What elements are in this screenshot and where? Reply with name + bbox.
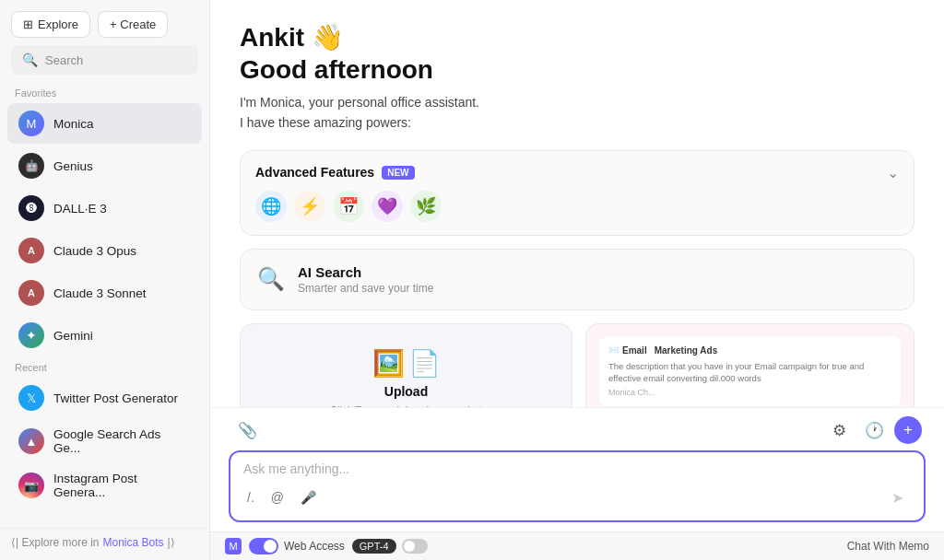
claude-sonnet-icon: A (18, 280, 44, 306)
upload-title: Upload (384, 384, 428, 399)
writing-agent-card[interactable]: ✉️ Email Marketing Ads The description t… (585, 323, 914, 407)
input-toolbar-top: 📎 ⚙ 🕐 + (229, 415, 926, 450)
writing-preview-body: The description that you have in your Em… (608, 360, 891, 385)
instagram-icon: 📷 (18, 472, 44, 498)
explore-label: Explore (38, 18, 78, 31)
send-icon: ➤ (891, 489, 903, 507)
slash-command-button[interactable]: /. (243, 488, 258, 507)
monica-status-icon: M (225, 538, 242, 554)
google-ads-icon: ▲ (18, 428, 44, 454)
web-access-toggle[interactable]: Web Access (249, 538, 345, 554)
greeting-time: Good afternoon (240, 53, 914, 87)
explore-grid-icon: ⊞ (23, 18, 33, 31)
footer-suffix: |⟩ (168, 536, 175, 549)
genius-label: Genius (53, 159, 93, 173)
monica-label: Monica (53, 117, 94, 131)
feature-calendar-icon[interactable]: 📅 (333, 191, 364, 222)
features-header: Advanced Features NEW ⌄ (255, 164, 899, 181)
chat-with-memo[interactable]: Chat With Memo (847, 540, 929, 553)
feature-purple-icon[interactable]: 💜 (372, 191, 403, 222)
settings-button[interactable]: ⚙ (824, 415, 854, 445)
features-title: Advanced Features NEW (255, 165, 415, 180)
attach-button[interactable]: 📎 (232, 415, 262, 445)
input-bottom-toolbar: /. @ 🎤 ➤ (243, 484, 911, 511)
writing-preview: ✉️ Email Marketing Ads The description t… (599, 337, 901, 406)
sidebar-item-gemini[interactable]: ✦ Gemini (7, 315, 202, 356)
new-badge: NEW (382, 166, 414, 180)
instagram-label: Instagram Post Genera... (53, 472, 191, 499)
status-bar: M Web Access GPT-4 Chat With Memo (210, 531, 944, 560)
google-ads-label: Google Search Ads Ge... (53, 427, 191, 455)
greeting-sub1: I'm Monica, your personal office assista… (240, 95, 479, 110)
send-button[interactable]: ➤ (883, 484, 911, 511)
greeting-sub: I'm Monica, your personal office assista… (240, 92, 914, 134)
history-icon: 🕐 (865, 421, 884, 440)
web-access-label: Web Access (284, 540, 345, 553)
sidebar-item-google-ads[interactable]: ▲ Google Search Ads Ge... (7, 420, 202, 462)
sidebar-top-actions: ⊞ Explore + Create (0, 0, 209, 45)
ai-search-card[interactable]: 🔍 AI Search Smarter and save your time (240, 249, 914, 310)
features-icons-row: 🌐 ⚡ 📅 💜 🌿 (255, 191, 899, 222)
sidebar-item-genius[interactable]: 🤖 Genius (7, 146, 202, 186)
feature-bolt-icon[interactable]: ⚡ (294, 191, 325, 222)
chat-input-box[interactable]: Ask me anything... /. @ 🎤 ➤ (229, 450, 926, 522)
input-area: 📎 ⚙ 🕐 + Ask me anything... /. @ (210, 407, 944, 531)
greeting-sub2: I have these amazing powers: (240, 115, 411, 130)
upload-doc-icon: 📄 (408, 348, 441, 379)
at-command-button[interactable]: @ (267, 488, 288, 507)
input-cmd-buttons: /. @ 🎤 (243, 488, 320, 507)
search-input[interactable]: 🔍 Search (11, 45, 198, 75)
create-label: + Create (110, 18, 156, 31)
add-button[interactable]: + (894, 416, 922, 444)
upload-icons: 🖼️ 📄 (372, 348, 441, 379)
gpt-selector[interactable]: GPT-4 (352, 539, 428, 554)
settings-icon: ⚙ (832, 421, 846, 440)
sidebar-item-monica[interactable]: M Monica (7, 103, 202, 144)
ai-search-text: AI Search Smarter and save your time (298, 264, 433, 295)
chevron-down-icon[interactable]: ⌄ (887, 164, 899, 181)
ai-search-title: AI Search (298, 264, 433, 280)
web-access-thumb (264, 540, 277, 553)
upload-card[interactable]: 🖼️ 📄 Upload Click/Drag and drop here to … (240, 323, 572, 407)
attach-icon: 📎 (238, 421, 257, 440)
web-access-track[interactable] (249, 538, 278, 554)
writing-preview-credit: Monica Ch... (608, 387, 891, 399)
gpt-badge[interactable]: GPT-4 (352, 539, 396, 554)
search-icon: 🔍 (22, 52, 38, 67)
sidebar-item-dalle[interactable]: 🅢 DALL·E 3 (7, 188, 202, 228)
history-button[interactable]: 🕐 (859, 415, 889, 445)
status-left: M Web Access GPT-4 (225, 538, 428, 554)
create-button[interactable]: + Create (98, 11, 168, 38)
plus-icon: + (903, 421, 913, 439)
mic-button[interactable]: 🎤 (297, 488, 320, 507)
gpt-toggle[interactable] (402, 539, 428, 554)
sidebar-item-instagram[interactable]: 📷 Instagram Post Genera... (7, 464, 202, 507)
sidebar-footer: ⟨| Explore more in Monica Bots |⟩ (0, 528, 209, 560)
claude-opus-icon: A (18, 238, 44, 263)
toolbar-right: ⚙ 🕐 + (824, 415, 922, 445)
dalle-icon: 🅢 (18, 195, 44, 221)
claude-sonnet-label: Claude 3 Sonnet (53, 286, 147, 300)
gemini-icon: ✦ (18, 322, 44, 348)
sidebar-item-claude-sonnet[interactable]: A Claude 3 Sonnet (7, 273, 202, 313)
recent-section-label: Recent (0, 356, 209, 377)
twitter-label: Twitter Post Generator (53, 391, 178, 405)
twitter-icon: 𝕏 (18, 385, 44, 411)
monica-icon: M (18, 111, 44, 136)
footer-prefix: ⟨| Explore more in (11, 536, 100, 549)
footer-bots-link[interactable]: Monica Bots (103, 536, 164, 549)
gemini-label: Gemini (53, 329, 93, 343)
advanced-features-card[interactable]: Advanced Features NEW ⌄ 🌐 ⚡ 📅 💜 🌿 (240, 150, 914, 236)
writing-preview-title: ✉️ Email Marketing Ads (608, 344, 891, 357)
sidebar-item-twitter[interactable]: 𝕏 Twitter Post Generator (7, 378, 202, 418)
main-content: Ankit 👋 Good afternoon I'm Monica, your … (210, 0, 944, 407)
feature-globe-icon[interactable]: 🌐 (255, 191, 287, 222)
input-placeholder: Ask me anything... (243, 461, 911, 476)
sidebar: ⊞ Explore + Create 🔍 Search Favorites M … (0, 0, 210, 560)
greeting-name: Ankit 👋 (240, 22, 914, 53)
sidebar-item-claude-opus[interactable]: A Claude 3 Opus (7, 230, 202, 271)
explore-button[interactable]: ⊞ Explore (11, 11, 90, 38)
gpt-thumb (404, 541, 415, 552)
feature-leaf-icon[interactable]: 🌿 (410, 191, 442, 222)
cards-row-2: 🖼️ 📄 Upload Click/Drag and drop here to … (240, 323, 914, 407)
